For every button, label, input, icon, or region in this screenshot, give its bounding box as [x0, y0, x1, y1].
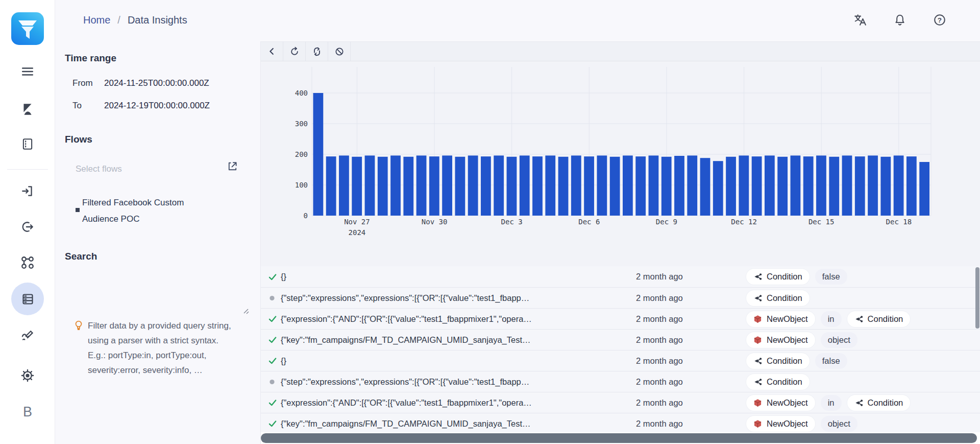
table-row[interactable]: {"expression":{"AND":[{"OR":[{"value":"t…: [261, 392, 980, 413]
table-row[interactable]: {"step":"expressions","expressions":[{"O…: [261, 287, 980, 308]
value-badge[interactable]: object: [821, 332, 857, 348]
table-row[interactable]: {}2 month agoConditionfalse: [261, 350, 980, 371]
bar: [416, 155, 427, 216]
condition-badge[interactable]: Condition: [847, 311, 911, 327]
app-logo[interactable]: [11, 12, 44, 45]
open-external-icon[interactable]: [227, 160, 238, 174]
row-badges: NewObjectobject: [746, 416, 857, 432]
sidebar-item-data-insights[interactable]: [11, 283, 44, 315]
pending-dot-icon: [267, 293, 278, 303]
notifications-bell-icon[interactable]: [893, 13, 906, 29]
breadcrumb-home-link[interactable]: Home: [83, 14, 110, 26]
top-bar: Home / Data Insights ?: [55, 0, 980, 41]
bar: [894, 155, 904, 216]
row-badges: NewObjectinCondition: [746, 395, 910, 411]
new-object-icon: [753, 419, 762, 428]
value-badge[interactable]: false: [815, 353, 847, 369]
bar: [662, 157, 672, 216]
status-success: [267, 335, 281, 345]
badge-label: NewObject: [767, 419, 808, 429]
table-row[interactable]: {}2 month agoConditionfalse: [261, 266, 980, 287]
condition-branch-icon: [753, 294, 762, 302]
bar: [855, 156, 865, 216]
bar: [429, 156, 439, 216]
newobject-badge[interactable]: NewObject: [746, 311, 815, 327]
condition-branch-icon: [854, 399, 863, 407]
selected-flow-item[interactable]: Filtered Facebook Custom Audience POC: [76, 195, 207, 227]
newobject-badge[interactable]: NewObject: [746, 332, 815, 348]
search-title: Search: [65, 251, 97, 262]
condition-badge[interactable]: Condition: [746, 269, 810, 285]
disable-button[interactable]: [328, 42, 351, 61]
value-badge[interactable]: false: [815, 269, 847, 285]
value-badge[interactable]: object: [821, 416, 857, 432]
help-icon[interactable]: ?: [933, 13, 946, 29]
row-badges: NewObjectinCondition: [746, 311, 910, 327]
row-timestamp: 2 month ago: [636, 377, 738, 387]
badge-label: Condition: [868, 398, 903, 408]
settings-gear-icon[interactable]: [20, 368, 35, 383]
newobject-badge[interactable]: NewObject: [746, 395, 815, 411]
value-badge[interactable]: in: [821, 395, 842, 411]
value-badge[interactable]: in: [821, 311, 842, 327]
from-value[interactable]: 2024-11-25T00:00:00.000Z: [104, 78, 209, 88]
success-check-icon: [267, 418, 278, 429]
axis-label: Nov 30: [422, 218, 448, 226]
newobject-badge[interactable]: NewObject: [746, 416, 815, 432]
condition-badge[interactable]: Condition: [746, 353, 810, 369]
to-value[interactable]: 2024-12-19T00:00:00.000Z: [104, 101, 210, 111]
condition-badge[interactable]: Condition: [746, 290, 810, 306]
search-input[interactable]: [65, 266, 255, 312]
select-flows-input[interactable]: Select flows: [76, 164, 122, 174]
badge-label: object: [828, 419, 850, 429]
row-badges: Conditionfalse: [746, 353, 847, 369]
row-json-text: {"key":"fm_campaigns/FM_TD_CAMPAIGN_UMID…: [281, 419, 618, 429]
table-row[interactable]: {"key":"fm_campaigns/FM_TD_CAMPAIGN_UMID…: [261, 329, 980, 350]
condition-badge[interactable]: Condition: [746, 374, 810, 390]
translate-icon[interactable]: [853, 13, 867, 29]
table-row[interactable]: {"key":"fm_campaigns/FM_TD_CAMPAIGN_UMID…: [261, 413, 980, 434]
axis-label: Dec 3: [501, 218, 523, 226]
horizontal-scrollbar-thumb[interactable]: [261, 433, 977, 443]
bar: [545, 155, 555, 216]
badge-label: NewObject: [767, 314, 808, 324]
sign-in-icon[interactable]: [21, 184, 34, 198]
badge-label: Condition: [868, 314, 903, 324]
bar: [532, 156, 543, 216]
horizontal-scrollbar-track[interactable]: [261, 432, 980, 444]
sync-button[interactable]: [306, 42, 328, 61]
success-check-icon: [267, 314, 278, 324]
table-row[interactable]: {"step":"expressions","expressions":[{"O…: [261, 371, 980, 392]
bar: [649, 155, 659, 216]
signature-edit-icon[interactable]: [21, 328, 35, 342]
badge-label: false: [822, 356, 840, 366]
bar: [455, 157, 465, 216]
row-timestamp: 2 month ago: [636, 356, 738, 366]
badge-label: object: [828, 335, 850, 345]
condition-badge[interactable]: Condition: [847, 395, 911, 411]
row-json-text: {}: [281, 272, 618, 282]
kibana-icon[interactable]: [21, 103, 34, 116]
flow-graph-icon[interactable]: [20, 255, 35, 270]
resize-handle-icon[interactable]: [242, 307, 249, 316]
badge-label: Condition: [767, 293, 802, 303]
bar: [403, 157, 413, 216]
back-button[interactable]: [261, 42, 283, 61]
refresh-button[interactable]: [283, 42, 306, 61]
status-success: [267, 314, 281, 324]
vertical-scrollbar[interactable]: [975, 267, 979, 329]
status-success: [267, 272, 281, 282]
time-to-row[interactable]: To 2024-12-19T00:00:00.000Z: [72, 101, 210, 111]
notes-icon[interactable]: [21, 137, 34, 151]
row-json-text: {"expression":{"AND":[{"OR":[{"value":"t…: [281, 398, 618, 408]
bar: [558, 157, 569, 216]
axis-label: Dec 6: [578, 218, 600, 226]
user-avatar-letter[interactable]: B: [23, 404, 32, 420]
table-row[interactable]: {"expression":{"AND":[{"OR":[{"value":"t…: [261, 308, 980, 329]
sign-out-icon[interactable]: [21, 220, 34, 233]
menu-icon[interactable]: [21, 65, 34, 78]
funnel-logo-icon: [11, 12, 44, 45]
time-from-row[interactable]: From 2024-11-25T00:00:00.000Z: [72, 78, 209, 88]
chart-toolbar: [261, 42, 980, 61]
status-success: [267, 398, 281, 408]
